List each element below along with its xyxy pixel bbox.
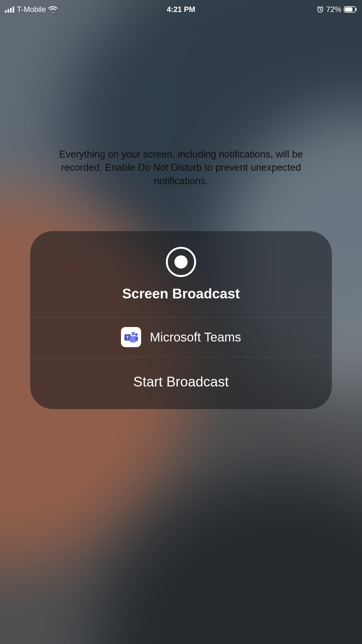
svg-rect-3 bbox=[13, 7, 14, 13]
status-bar: T-Mobile 4:21 PM 72% bbox=[0, 0, 362, 19]
selected-app-name: Microsoft Teams bbox=[150, 330, 241, 344]
broadcast-app-selector[interactable]: T Microsoft Teams bbox=[30, 318, 332, 357]
svg-rect-0 bbox=[5, 10, 7, 13]
broadcast-card: Screen Broadcast T Microsoft Teams Start… bbox=[30, 231, 332, 409]
alarm-icon bbox=[317, 6, 324, 13]
svg-point-10 bbox=[131, 332, 135, 336]
svg-point-11 bbox=[135, 333, 138, 336]
svg-rect-2 bbox=[10, 8, 12, 13]
broadcast-title-label: Screen Broadcast bbox=[122, 286, 240, 302]
wifi-icon bbox=[48, 6, 57, 13]
clock-label: 4:21 PM bbox=[167, 5, 195, 14]
svg-rect-1 bbox=[8, 9, 9, 13]
start-broadcast-label: Start Broadcast bbox=[133, 374, 228, 389]
teams-app-icon: T bbox=[121, 327, 141, 347]
battery-pct-label: 72% bbox=[326, 5, 341, 14]
carrier-label: T-Mobile bbox=[17, 5, 46, 14]
battery-icon bbox=[344, 6, 357, 13]
start-broadcast-button[interactable]: Start Broadcast bbox=[30, 357, 332, 409]
svg-rect-7 bbox=[356, 8, 357, 11]
cellular-bars-icon bbox=[5, 6, 14, 13]
broadcast-title-section: Screen Broadcast bbox=[30, 231, 332, 318]
svg-text:T: T bbox=[126, 335, 129, 340]
svg-rect-6 bbox=[345, 8, 353, 12]
record-icon bbox=[166, 247, 196, 277]
recording-warning-text: Everything on your screen, including not… bbox=[46, 148, 316, 188]
